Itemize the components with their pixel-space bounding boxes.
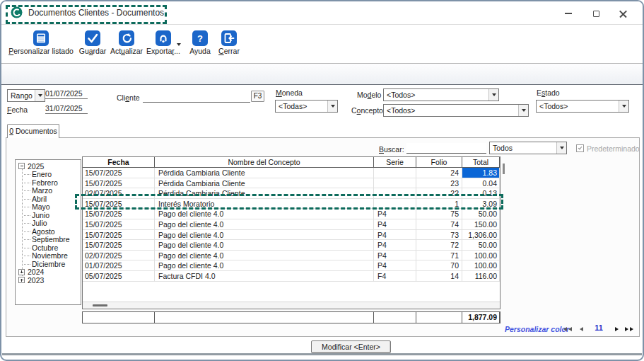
tree-month-item[interactable]: Julio [18, 219, 81, 228]
cell-serie[interactable]: P4 [374, 260, 416, 271]
cell-concepto[interactable]: Interés Moratorio [155, 199, 374, 210]
actualizar-button[interactable]: Actualizar [109, 30, 144, 63]
cell-folio[interactable]: 75 [416, 209, 462, 219]
cell-fecha[interactable]: 15/07/2025 [83, 199, 155, 210]
vertical-scrollbar[interactable] [501, 156, 507, 309]
modificar-button[interactable]: Modificar <Enter> [311, 340, 391, 353]
table-row[interactable]: 15/07/2025Pago del cliente 4.0P4731,306.… [83, 230, 500, 241]
personalizar-color-link[interactable]: Personalizar color [505, 325, 569, 333]
cell-fecha[interactable]: 15/07/2025 [83, 168, 155, 178]
cell-total[interactable]: 116.00 [462, 271, 500, 282]
cell-concepto[interactable]: Factura CFDI 4.0 [155, 271, 374, 282]
tree-month-item[interactable]: Diciembre [18, 260, 81, 268]
last-page-button[interactable] [625, 327, 633, 331]
tree-month-item[interactable]: Septiembre [18, 236, 81, 244]
chevron-down-icon[interactable] [488, 89, 498, 101]
ayuda-button[interactable]: ? Ayuda [186, 30, 214, 63]
moneda-select[interactable]: <Todas> [275, 100, 338, 113]
cell-fecha[interactable]: 15/07/2025 [83, 240, 155, 251]
cell-fecha[interactable]: 02/07/2025 [83, 188, 155, 199]
tree-year-item[interactable]: 2024 [18, 268, 81, 277]
table-row[interactable]: 15/07/2025Pago del cliente 4.0P47250.00 [83, 240, 500, 251]
cliente-f3-button[interactable]: F3 [251, 91, 264, 102]
cell-folio[interactable]: 73 [416, 230, 462, 241]
tree-month-item[interactable]: Enero [18, 171, 81, 179]
personalizar-listado-button[interactable]: Personalizar listado [6, 30, 76, 63]
cell-folio[interactable]: 22 [416, 188, 462, 199]
cell-fecha[interactable]: 02/07/2025 [83, 251, 155, 261]
cell-fecha[interactable]: 01/07/2025 [83, 260, 155, 271]
maximize-button[interactable] [588, 7, 604, 20]
cell-serie[interactable] [374, 178, 416, 189]
cell-total[interactable]: 100.00 [462, 251, 500, 261]
exportar-dropdown-icon[interactable] [177, 43, 181, 46]
horizontal-scrollbar[interactable] [83, 302, 500, 309]
tree-month-item[interactable]: Junio [18, 211, 81, 219]
estado-select[interactable]: <Todos> [536, 100, 629, 113]
exportar-button[interactable]: Exportar... [145, 30, 182, 63]
cell-serie[interactable]: P4 [374, 230, 416, 241]
search-input[interactable] [406, 143, 486, 154]
cell-concepto[interactable]: Pago del cliente 4.0 [155, 260, 374, 271]
table-row[interactable]: 15/07/2025Pago del cliente 4.0P474150.00 [83, 219, 500, 230]
table-row[interactable]: 15/07/2025Pago del cliente 4.0P47550.00 [83, 209, 500, 219]
cell-total[interactable]: 3.09 [462, 199, 500, 210]
cell-serie[interactable] [374, 168, 416, 178]
cell-fecha[interactable]: 15/07/2025 [83, 178, 155, 189]
cell-concepto[interactable]: Pago del cliente 4.0 [155, 240, 374, 251]
scrollbar-thumb[interactable] [93, 304, 107, 306]
tree-month-item[interactable]: Marzo [18, 187, 81, 195]
cell-concepto[interactable]: Pago del cliente 4.0 [155, 219, 374, 230]
table-row[interactable]: 01/07/2025Pago del cliente 4.0P470100.00 [83, 260, 500, 271]
cell-fecha[interactable]: 05/07/2025 [83, 271, 155, 282]
chevron-down-icon[interactable] [518, 105, 528, 116]
modelo-select[interactable]: <Todos> [383, 88, 499, 101]
guardar-button[interactable]: Guardar [76, 30, 109, 63]
chevron-down-icon[interactable] [327, 101, 337, 112]
cell-total[interactable]: 150.00 [462, 219, 500, 230]
tree-month-item[interactable]: Agosto [18, 227, 81, 236]
prev-page-button[interactable] [580, 327, 583, 331]
selected-cell[interactable]: 1.83 [462, 168, 500, 178]
cell-serie[interactable] [374, 188, 416, 199]
cell-serie[interactable]: P4 [374, 219, 416, 230]
cliente-input[interactable] [143, 92, 250, 103]
column-header-total[interactable]: Total [462, 157, 500, 168]
cell-folio[interactable]: 23 [416, 178, 462, 189]
cell-total[interactable]: 0.04 [462, 178, 500, 189]
cell-fecha[interactable]: 15/07/2025 [83, 230, 155, 241]
cell-total[interactable]: 50.00 [462, 240, 500, 251]
column-header-folio[interactable]: Folio [416, 157, 462, 168]
table-row[interactable]: 15/07/2025Interés Moratorio13.09 [83, 199, 500, 210]
table-row[interactable]: 05/07/2025Factura CFDI 4.0F414116.00 [83, 271, 500, 282]
cell-concepto[interactable]: Pago del cliente 4.0 [155, 251, 374, 261]
table-row[interactable]: 15/07/2025Pérdida Cambiaria Cliente241.8… [83, 168, 500, 178]
date-from-input[interactable]: 01/07/2025 [45, 88, 88, 99]
expand-icon[interactable] [18, 277, 25, 283]
concepto-select[interactable]: <Todos> [383, 104, 529, 117]
table-row[interactable]: 15/07/2025Pérdida Cambiaria Cliente230.0… [83, 178, 500, 189]
chevron-down-icon[interactable] [619, 101, 628, 112]
scrollbar-thumb[interactable] [503, 164, 505, 174]
tree-month-item[interactable]: Abril [18, 195, 81, 203]
cell-concepto[interactable]: Pérdida Cambiaria Cliente [155, 188, 374, 199]
close-button[interactable] [615, 7, 631, 20]
cell-total[interactable]: 0.13 [462, 188, 500, 199]
chevron-down-icon[interactable] [556, 142, 566, 154]
chevron-down-icon[interactable] [35, 90, 45, 101]
cell-serie[interactable]: P4 [374, 209, 416, 219]
cell-total[interactable]: 1,306.00 [462, 230, 500, 241]
cell-serie[interactable] [374, 199, 416, 210]
search-scope-select[interactable]: Todos [489, 142, 567, 154]
cell-concepto[interactable]: Pago del cliente 4.0 [155, 209, 374, 219]
rango-select[interactable]: Rango [7, 89, 45, 102]
tree-month-item[interactable]: Febrero [18, 178, 81, 187]
tree-month-item[interactable]: Octubre [18, 243, 81, 252]
table-row[interactable]: 02/07/2025Pago del cliente 4.0P471100.00 [83, 251, 500, 261]
column-header-serie[interactable]: Serie [374, 157, 416, 168]
date-to-input[interactable]: 31/07/2025 [45, 103, 88, 114]
cell-total[interactable]: 50.00 [462, 209, 500, 219]
cell-serie[interactable]: P4 [374, 240, 416, 251]
cerrar-button[interactable]: Cerrar [214, 30, 244, 63]
cell-concepto[interactable]: Pérdida Cambiaria Cliente [155, 178, 374, 189]
